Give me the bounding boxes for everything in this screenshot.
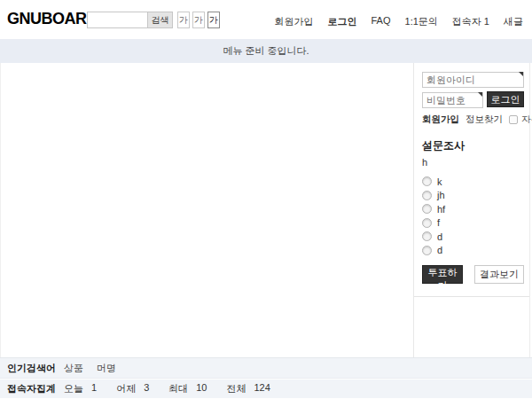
popular-search-terms: 상품 머명 <box>64 362 116 375</box>
stat-key: 최대 <box>168 382 188 395</box>
stat-value: 3 <box>144 382 149 395</box>
poll-option-label: d <box>437 231 442 242</box>
required-marker-icon <box>478 92 482 97</box>
stat-value: 1 <box>91 382 97 395</box>
find-info-link[interactable]: 정보찾기 <box>466 113 503 126</box>
visitor-stats-row: 접속자집계 오늘 1 어제 3 최대 10 전체 124 <box>0 379 532 398</box>
radio-icon[interactable] <box>422 246 432 255</box>
font-size-large-button[interactable]: 가 <box>207 12 220 28</box>
search-term-link[interactable]: 머명 <box>97 362 116 375</box>
poll-option-label: d <box>437 245 442 255</box>
visitor-stats: 오늘 1 어제 3 최대 10 전체 124 <box>64 382 270 395</box>
popular-search-label: 인기검색어 <box>7 362 64 375</box>
header: GNUBOARD5 검색 가 가 가 회원가입 로그인 FAQ 1:1문의 접속… <box>0 0 532 39</box>
radio-icon[interactable] <box>422 176 432 186</box>
stat-value: 124 <box>254 382 270 395</box>
login-links: 회원가입 정보찾기 자동로그인 <box>422 113 524 126</box>
font-size-medium-button[interactable]: 가 <box>192 12 205 28</box>
auto-login-toggle[interactable]: 자동로그인 <box>509 113 532 126</box>
poll-option[interactable]: f <box>422 216 524 231</box>
nav-faq[interactable]: FAQ <box>372 15 391 28</box>
member-id-input[interactable] <box>422 72 524 88</box>
password-field <box>422 91 483 108</box>
nav-qna[interactable]: 1:1문의 <box>405 15 438 28</box>
auto-login-checkbox[interactable] <box>509 115 518 124</box>
vote-button[interactable]: 투표하기 <box>422 265 463 284</box>
login-button[interactable]: 로그인 <box>487 91 524 107</box>
radio-icon[interactable] <box>422 218 432 228</box>
main-content: 로그인 회원가입 정보찾기 자동로그인 설문조사 h k <box>0 63 530 357</box>
poll-option-label: jh <box>437 190 445 200</box>
search-input[interactable] <box>88 12 147 27</box>
nav-new-posts[interactable]: 새글 <box>504 15 523 28</box>
poll-option[interactable]: hf <box>422 202 524 216</box>
search-box: 검색 <box>87 12 173 28</box>
search-button[interactable]: 검색 <box>147 12 172 27</box>
poll-option[interactable]: d <box>422 244 524 258</box>
poll-option[interactable]: k <box>422 175 524 189</box>
poll-option[interactable]: jh <box>422 189 524 203</box>
password-row: 로그인 <box>422 91 524 108</box>
signup-link[interactable]: 회원가입 <box>422 113 459 126</box>
poll-question: h <box>422 157 524 168</box>
stat-total: 전체 124 <box>227 382 270 395</box>
password-input[interactable] <box>422 92 483 108</box>
font-size-buttons: 가 가 가 <box>177 12 220 28</box>
radio-icon[interactable] <box>422 191 432 200</box>
search-term-link[interactable]: 상품 <box>64 362 83 375</box>
member-id-field <box>422 71 524 88</box>
login-form: 로그인 회원가입 정보찾기 자동로그인 <box>422 71 524 126</box>
poll-buttons: 투표하기 결과보기 <box>422 265 524 284</box>
sidebar: 로그인 회원가입 정보찾기 자동로그인 설문조사 h k <box>413 63 529 357</box>
page: GNUBOARD5 검색 가 가 가 회원가입 로그인 FAQ 1:1문의 접속… <box>0 0 532 399</box>
top-navigation: 회원가입 로그인 FAQ 1:1문의 접속자 1 새글 <box>275 15 524 28</box>
visitor-stats-label: 접속자집계 <box>7 382 64 395</box>
stat-key: 어제 <box>116 382 136 395</box>
radio-icon[interactable] <box>422 231 432 241</box>
stat-key: 오늘 <box>64 382 83 395</box>
poll-option-label: hf <box>437 204 445 215</box>
poll-box: 설문조사 h k jh hf f <box>414 138 529 297</box>
font-size-small-button[interactable]: 가 <box>177 12 190 28</box>
poll-title: 설문조사 <box>422 138 524 153</box>
nav-login[interactable]: 로그인 <box>328 15 357 28</box>
auto-login-label: 자동로그인 <box>521 113 532 126</box>
stat-yesterday: 어제 3 <box>116 382 149 395</box>
required-marker-icon <box>519 72 523 76</box>
nav-visitors[interactable]: 접속자 1 <box>452 15 489 28</box>
popular-search-row: 인기검색어 상품 머명 <box>0 357 532 379</box>
poll-option-label: k <box>437 176 442 187</box>
radio-icon[interactable] <box>422 204 432 214</box>
poll-option[interactable]: d <box>422 230 524 244</box>
nav-signup[interactable]: 회원가입 <box>275 15 314 28</box>
poll-option-label: f <box>437 217 440 228</box>
stat-value: 10 <box>196 382 207 395</box>
stat-max: 최대 10 <box>168 382 207 395</box>
stat-key: 전체 <box>227 382 246 395</box>
menu-notice-bar: 메뉴 준비 중입니다. <box>0 39 532 63</box>
stat-today: 오늘 1 <box>64 382 97 395</box>
poll-result-button[interactable]: 결과보기 <box>474 265 524 284</box>
